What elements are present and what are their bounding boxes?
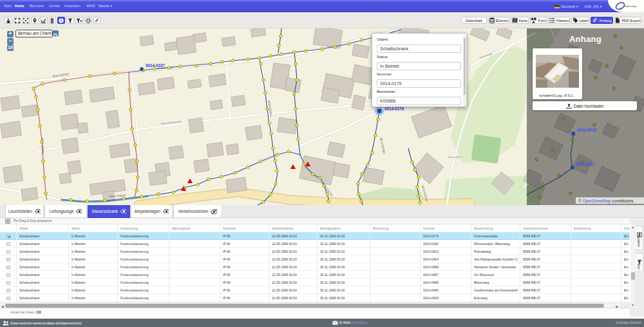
svg-text:0014-0179: 0014-0179 [384,106,404,111]
svg-text:0014-0337: 0014-0337 [146,63,166,68]
svg-text:0014-0018: 0014-0018 [577,128,597,132]
svg-text:Wertstoffhof: Wertstoffhof [448,155,462,159]
svg-text:© OpenStreetMap contributors.: © OpenStreetMap contributors. [578,199,635,204]
svg-text:0014-0317: 0014-0317 [576,162,596,166]
svg-text:sixdata easy: sixdata easy [623,5,636,8]
